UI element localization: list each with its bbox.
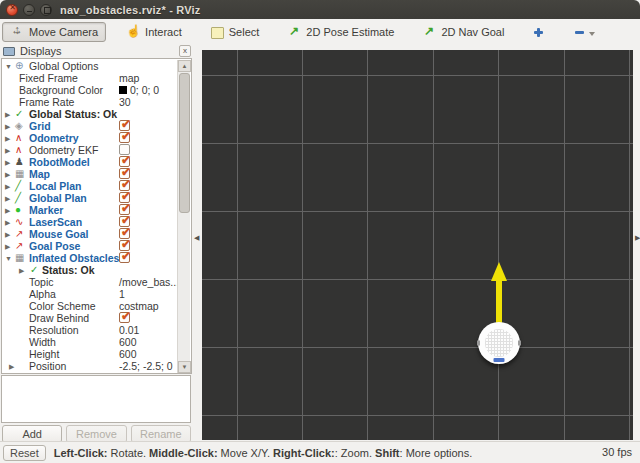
row-frame-rate[interactable]: Frame Rate30 [2,96,178,108]
expand-closed-icon[interactable]: ▶ [9,373,14,374]
row-odometry[interactable]: ▶∧Odometry [2,132,178,144]
tool-2d-nav-goal[interactable]: ↗ 2D Nav Goal [414,22,512,42]
splitter-collapse-right-icon[interactable]: ▶ [635,234,640,242]
row-laserscan[interactable]: ▶∿LaserScan [2,216,178,228]
row-inflated-status[interactable]: ▶✓Status: Ok [2,264,178,276]
row-local-plan[interactable]: ▶╱Local Plan [2,180,178,192]
row-value[interactable]: 600 [119,336,137,348]
row-label: Mouse Goal [29,228,89,240]
right-dock-strip [633,50,640,440]
fps-counter: 30 fps [602,446,632,458]
row-width[interactable]: Width600 [2,336,178,348]
interact-hand-icon: ☝ [126,24,140,38]
nav-goal-arrow-icon: ↗ [422,24,436,38]
close-button[interactable] [6,4,18,16]
row-resolution[interactable]: Resolution0.01 [2,324,178,336]
enable-checkbox[interactable] [119,312,130,323]
row-value[interactable]: 0; 0; 0; 1 [119,372,160,374]
row-marker[interactable]: ▶●Marker [2,204,178,216]
statusbar: Reset Left-Click: Rotate. Middle-Click: … [0,441,640,463]
row-value[interactable]: -2.5; -2.5; 0 [119,360,173,372]
row-grid[interactable]: ▶◈Grid [2,120,178,132]
row-value[interactable]: 0; 0; 0 [130,84,159,96]
odometry-icon: ∧ [15,144,22,156]
row-value[interactable]: 600 [119,348,137,360]
row-label: RobotModel [29,156,90,168]
row-value[interactable]: 1 [119,288,125,300]
row-label: Fixed Frame [19,72,78,84]
row-robotmodel[interactable]: ▶♟RobotModel [2,156,178,168]
displays-panel-header[interactable]: Displays x [0,44,193,58]
tool-move-camera[interactable]: ↔↕ Move Camera [2,22,106,42]
panel-close-icon[interactable]: x [179,45,191,57]
row-label: Status: Ok [42,264,95,276]
row-color-scheme[interactable]: Color Schemecostmap [2,300,178,312]
remove-tool-button[interactable] [565,22,603,42]
scroll-down-icon[interactable]: ▼ [178,361,191,373]
robot-top-texture [485,329,513,357]
row-value[interactable]: 0.01 [119,324,139,336]
chevron-down-icon [589,32,595,36]
displays-panel-title: Displays [20,45,62,57]
reset-button[interactable]: Reset [3,445,46,461]
row-height[interactable]: Height600 [2,348,178,360]
render-view[interactable] [202,50,633,440]
row-global-status[interactable]: ▶✓Global Status: Ok [2,108,178,120]
row-global-plan[interactable]: ▶╱Global Plan [2,192,178,204]
tool-interact[interactable]: ☝ Interact [118,22,190,42]
add-tool-button[interactable] [524,22,553,42]
minimize-button[interactable] [23,4,35,16]
row-label: Map [29,168,50,180]
enable-checkbox[interactable] [119,132,130,143]
row-inflated-obstacles[interactable]: ▼▦Inflated Obstacles [2,252,178,264]
row-topic[interactable]: Topic/move_bas... [2,276,178,288]
splitter-collapse-left-icon[interactable]: ◀ [194,234,199,242]
mouse-hints: Left-Click: Rotate. Middle-Click: Move X… [54,447,473,459]
tool-2d-pose-estimate[interactable]: ↗ 2D Pose Estimate [279,22,402,42]
row-alpha[interactable]: Alpha1 [2,288,178,300]
row-label: Global Status: Ok [29,108,117,120]
row-position[interactable]: ▶Position-2.5; -2.5; 0 [2,360,178,372]
hint-segment: Shift [375,447,399,459]
tool-select[interactable]: Select [202,22,268,42]
scrollbar-thumb[interactable] [179,73,190,213]
row-value[interactable]: /move_bas... [119,276,179,288]
maximize-button[interactable] [40,4,52,16]
row-label: Inflated Obstacles [29,252,119,264]
toolbar: ↔↕ Move Camera ☝ Interact Select ↗ 2D Po… [0,19,640,45]
row-draw-behind[interactable]: Draw Behind [2,312,178,324]
row-label: Color Scheme [29,300,96,312]
displays-tree: ▼⊕Global OptionsFixed FramemapBackground… [1,58,192,374]
row-label: Topic [29,276,54,288]
enable-checkbox[interactable] [119,252,130,263]
row-map[interactable]: ▶▦Map [2,168,178,180]
grid-icon: ◈ [15,120,23,132]
scroll-up-icon[interactable]: ▲ [178,60,191,72]
odometry-icon: ∧ [15,132,22,144]
robot-label-chip [494,358,505,362]
row-fixed-frame[interactable]: Fixed Framemap [2,72,178,84]
row-label: Marker [29,204,63,216]
row-label: Height [29,348,59,360]
robot-notch [477,341,480,346]
row-label: LaserScan [29,216,82,228]
row-label: Odometry EKF [29,144,98,156]
titlebar[interactable]: nav_obstacles.rviz* - RViz [0,0,640,19]
pose-arrow-icon: ↗ [15,228,23,240]
row-goal-pose[interactable]: ▶↗Goal Pose [2,240,178,252]
row-value[interactable]: map [119,72,139,84]
row-background-color[interactable]: Background Color0; 0; 0 [2,84,178,96]
hint-segment: Right-Click: [273,447,335,459]
row-label: Local Plan [29,180,82,192]
row-label: Orientation [29,372,80,374]
row-odometry-ekf[interactable]: ▶∧Odometry EKF [2,144,178,156]
row-mouse-goal[interactable]: ▶↗Mouse Goal [2,228,178,240]
row-global-options[interactable]: ▼⊕Global Options [2,60,178,72]
row-orientation[interactable]: ▶Orientation0; 0; 0; 1 [2,372,178,374]
row-label: Grid [29,120,51,132]
check-icon: ✓ [15,108,23,120]
select-box-icon [210,25,224,39]
minus-icon [573,26,586,39]
row-value[interactable]: 30 [119,96,131,108]
robot-model [478,322,520,364]
